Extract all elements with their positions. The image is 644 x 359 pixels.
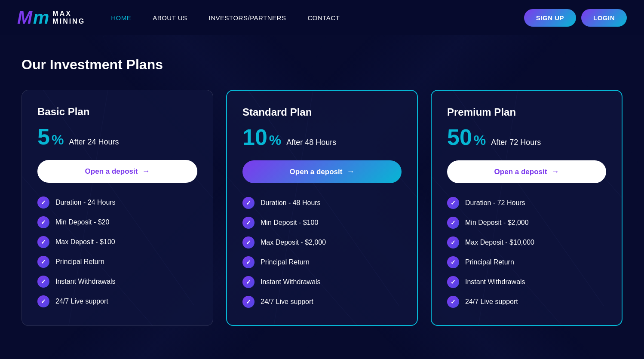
check-icon-premium-5 [447, 296, 459, 308]
logo-mining: MINING [52, 18, 85, 25]
login-button[interactable]: LOGIN [581, 9, 627, 27]
check-icon-basic-1 [37, 216, 49, 228]
check-icon-basic-5 [37, 295, 49, 307]
plan-card-basic: Basic Plan 5 % After 24 Hours Open a dep… [21, 90, 213, 326]
arrow-icon-premium: → [551, 167, 559, 176]
plan-card-premium: Premium Plan 50 % After 72 Hours Open a … [431, 90, 623, 326]
feature-premium-2: Max Deposit - $10,000 [447, 236, 606, 249]
arrow-icon-standard: → [347, 167, 354, 176]
logo-m1: M [17, 9, 32, 27]
features-list-basic: Duration - 24 Hours Min Deposit - $20 Ma… [37, 196, 197, 307]
arrow-icon-basic: → [142, 167, 150, 176]
main-content: Our Investment Plans Basic Plan 5 % Afte… [0, 35, 644, 352]
logo-max: MAX [52, 10, 85, 18]
plan-after-standard: After 48 Hours [286, 138, 336, 147]
nav-contact[interactable]: CONTACT [307, 14, 340, 21]
check-icon-standard-3 [242, 256, 255, 268]
features-list-standard: Duration - 48 Hours Min Deposit - $100 M… [242, 197, 402, 308]
section-title: Our Investment Plans [21, 57, 623, 73]
feature-premium-0: Duration - 72 Hours [447, 197, 606, 209]
logo-m2: m [33, 9, 49, 27]
check-icon-standard-5 [242, 296, 255, 308]
feature-basic-2: Max Deposit - $100 [37, 236, 197, 248]
feature-standard-1: Min Deposit - $100 [242, 217, 402, 229]
feature-premium-5: 24/7 Live support [447, 296, 606, 308]
header-buttons: SIGN UP LOGIN [524, 9, 627, 27]
plan-name-standard: Standard Plan [242, 106, 402, 118]
feature-basic-4: Instant Withdrawals [37, 276, 197, 288]
plan-after-premium: After 72 Hours [491, 138, 541, 147]
plan-after-basic: After 24 Hours [69, 138, 119, 147]
feature-standard-5: 24/7 Live support [242, 296, 402, 308]
nav-home[interactable]: HOME [111, 14, 131, 21]
plan-rate-basic: 5 % After 24 Hours [37, 126, 197, 148]
plan-percent-sign-premium: % [474, 132, 486, 148]
feature-premium-1: Min Deposit - $2,000 [447, 217, 606, 229]
plan-percent-basic: 5 [37, 126, 50, 148]
logo-icon: M m [17, 9, 49, 27]
plan-rate-standard: 10 % After 48 Hours [242, 126, 402, 148]
nav-investors[interactable]: INVESTORS/PARTNERS [209, 14, 286, 21]
feature-standard-4: Instant Withdrawals [242, 276, 402, 288]
check-icon-standard-4 [242, 276, 255, 288]
features-list-premium: Duration - 72 Hours Min Deposit - $2,000… [447, 197, 606, 308]
check-icon-basic-2 [37, 236, 49, 248]
check-icon-standard-0 [242, 197, 255, 209]
check-icon-basic-0 [37, 196, 49, 209]
deposit-button-basic[interactable]: Open a deposit → [37, 160, 197, 183]
check-icon-premium-3 [447, 256, 459, 268]
feature-premium-4: Instant Withdrawals [447, 276, 606, 288]
feature-standard-0: Duration - 48 Hours [242, 197, 402, 209]
feature-premium-3: Principal Return [447, 256, 606, 268]
check-icon-premium-1 [447, 217, 459, 229]
plans-grid: Basic Plan 5 % After 24 Hours Open a dep… [21, 90, 623, 326]
feature-basic-1: Min Deposit - $20 [37, 216, 197, 228]
plan-card-standard: Standard Plan 10 % After 48 Hours Open a… [226, 90, 418, 326]
plan-percent-standard: 10 [242, 126, 267, 148]
check-icon-premium-2 [447, 236, 459, 249]
plan-name-basic: Basic Plan [37, 106, 197, 118]
feature-standard-2: Max Deposit - $2,000 [242, 236, 402, 249]
plan-percent-sign-standard: % [269, 132, 281, 148]
check-icon-standard-1 [242, 217, 255, 229]
feature-basic-3: Principal Return [37, 256, 197, 268]
plan-percent-premium: 50 [447, 126, 472, 148]
feature-standard-3: Principal Return [242, 256, 402, 268]
check-icon-premium-0 [447, 197, 459, 209]
deposit-button-premium[interactable]: Open a deposit → [447, 160, 606, 183]
plan-percent-sign-basic: % [52, 132, 64, 148]
check-icon-standard-2 [242, 236, 255, 249]
plan-name-premium: Premium Plan [447, 106, 606, 118]
feature-basic-5: 24/7 Live support [37, 295, 197, 307]
logo[interactable]: M m MAX MINING [17, 9, 85, 27]
check-icon-basic-4 [37, 276, 49, 288]
nav-about[interactable]: ABOUT US [153, 14, 187, 21]
check-icon-basic-3 [37, 256, 49, 268]
plan-rate-premium: 50 % After 72 Hours [447, 126, 606, 148]
site-header: M m MAX MINING HOME ABOUT US INVESTORS/P… [0, 0, 644, 35]
deposit-button-standard[interactable]: Open a deposit → [242, 160, 402, 183]
main-nav: HOME ABOUT US INVESTORS/PARTNERS CONTACT [111, 14, 524, 21]
logo-text: MAX MINING [52, 10, 85, 25]
signup-button[interactable]: SIGN UP [524, 9, 576, 27]
feature-basic-0: Duration - 24 Hours [37, 196, 197, 209]
check-icon-premium-4 [447, 276, 459, 288]
